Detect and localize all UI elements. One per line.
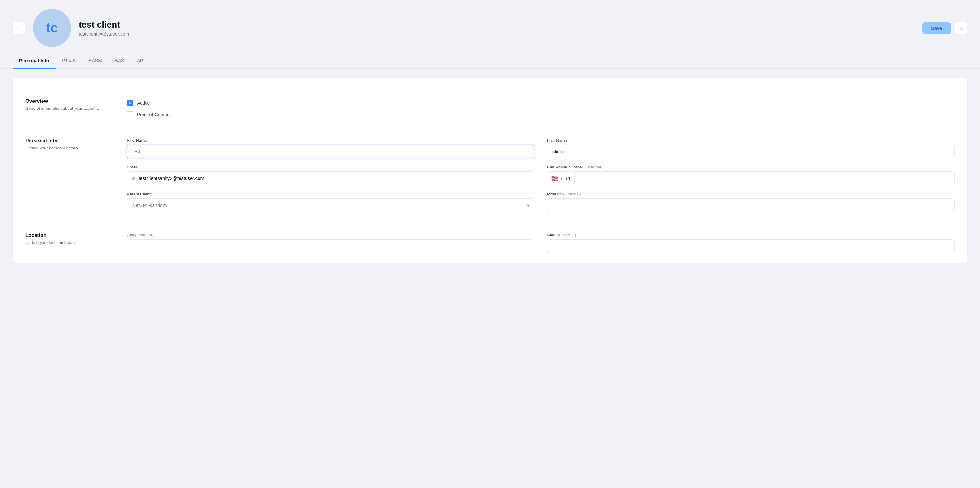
last-name-input[interactable]	[547, 145, 955, 158]
poc-checkbox[interactable]	[127, 111, 133, 117]
state-group: State (Optional)	[547, 233, 955, 253]
main-content: Overview General information about your …	[0, 69, 980, 273]
active-checkbox-item[interactable]: Active	[127, 100, 955, 106]
phone-input[interactable]	[575, 172, 954, 185]
user-info: test client testclient@testuser.com	[79, 20, 129, 37]
first-name-input[interactable]	[127, 145, 535, 158]
personal-info-grid: First Name Last Name Email ✉	[127, 138, 955, 212]
parent-client-label: Parent Client	[127, 191, 535, 196]
location-grid: City (Optional) State (Optional)	[127, 233, 955, 253]
header-left: ← tc test client testclient@testuser.com	[13, 9, 129, 47]
main-card: Overview General information about your …	[13, 78, 967, 263]
tab-api[interactable]: API	[130, 53, 151, 69]
overview-title: Overview	[25, 98, 114, 104]
last-name-label: Last Name	[547, 138, 955, 143]
personal-info-section: Personal Info Update your personal detai…	[25, 128, 955, 222]
state-input[interactable]	[547, 239, 955, 253]
parent-client-group: Parent Client ▾	[127, 191, 535, 212]
user-name: test client	[79, 20, 129, 30]
active-checkbox[interactable]	[127, 100, 133, 106]
location-label: Location Update your location details	[25, 233, 114, 253]
more-options-button[interactable]: ···	[955, 22, 967, 34]
overview-section: Overview General information about your …	[25, 88, 955, 128]
email-input[interactable]	[127, 171, 535, 185]
personal-info-desc: Update your personal details	[25, 146, 114, 150]
last-name-group: Last Name	[547, 138, 955, 158]
first-name-group: First Name	[127, 138, 535, 158]
tab-ptaas[interactable]: PTaaS	[56, 53, 82, 69]
state-label: State (Optional)	[547, 233, 955, 237]
personal-info-title: Personal Info	[25, 138, 114, 144]
overview-label: Overview General information about your …	[25, 98, 114, 117]
phone-prefix: +1	[565, 176, 571, 181]
overview-desc: General information about your account.	[25, 106, 114, 111]
position-input[interactable]	[547, 198, 955, 212]
phone-label: Cell Phone Number (Optional)	[547, 165, 955, 169]
active-label: Active	[137, 100, 150, 106]
phone-group: Cell Phone Number (Optional) 🇺🇸 ▼ +1	[547, 165, 955, 185]
checkbox-group: Active Point of Contact	[127, 98, 955, 117]
phone-wrapper: 🇺🇸 ▼ +1	[547, 171, 955, 185]
first-name-label: First Name	[127, 138, 535, 143]
overview-fields: Active Point of Contact	[127, 98, 955, 117]
user-email: testclient@testuser.com	[79, 31, 129, 37]
save-button[interactable]: Save	[922, 22, 951, 34]
city-group: City (Optional)	[127, 233, 535, 253]
tab-bas[interactable]: BAS	[108, 53, 130, 69]
city-label: City (Optional)	[127, 233, 535, 237]
header-actions: Save ···	[922, 22, 967, 34]
personal-info-label: Personal Info Update your personal detai…	[25, 138, 114, 212]
location-section: Location Update your location details Ci…	[25, 222, 955, 253]
back-button[interactable]: ←	[13, 22, 25, 34]
email-wrapper: ✉	[127, 171, 535, 185]
email-icon: ✉	[131, 175, 135, 181]
phone-flag-selector[interactable]: 🇺🇸 ▼ +1	[547, 172, 575, 185]
email-label: Email	[127, 165, 535, 169]
city-input[interactable]	[127, 239, 535, 253]
header: ← tc test client testclient@testuser.com…	[0, 0, 980, 47]
position-group: Position (Optional)	[547, 191, 955, 212]
email-group: Email ✉	[127, 165, 535, 185]
location-desc: Update your location details	[25, 240, 114, 245]
avatar: tc	[33, 9, 71, 47]
tab-personal-info[interactable]: Personal Info	[13, 53, 56, 69]
personal-info-fields: First Name Last Name Email ✉	[127, 138, 955, 212]
location-fields: City (Optional) State (Optional)	[127, 233, 955, 253]
poc-checkbox-item[interactable]: Point of Contact	[127, 111, 955, 117]
poc-label: Point of Contact	[137, 112, 171, 117]
parent-client-select-wrapper: ▾	[127, 198, 535, 212]
flag-emoji: 🇺🇸	[551, 175, 558, 181]
position-label: Position (Optional)	[547, 191, 955, 196]
flag-chevron-icon: ▼	[560, 177, 563, 180]
parent-client-select[interactable]	[127, 198, 535, 212]
location-title: Location	[25, 233, 114, 238]
tab-easm[interactable]: EASM	[82, 53, 108, 69]
tabs-bar: Personal Info PTaaS EASM BAS API	[0, 53, 980, 69]
